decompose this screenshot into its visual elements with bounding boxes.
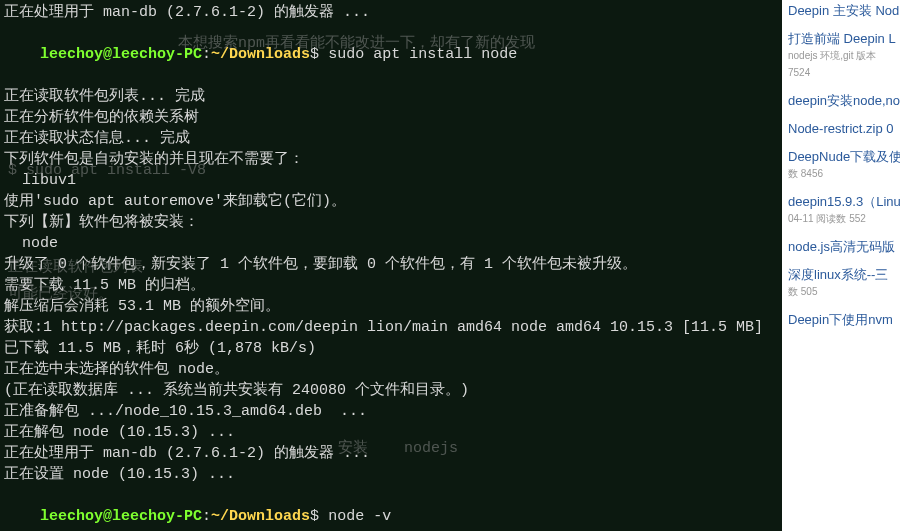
output-line: 正准备解包 .../node_10.15.3_amd64.deb ... [4,403,367,420]
sidebar-meta: 7524 [788,66,900,80]
sidebar-item[interactable]: Node-restrict.zip 0 [788,122,900,136]
sidebar-meta: 数 8456 [788,167,900,181]
sidebar-link-title[interactable]: DeepNude下载及使 [788,150,900,164]
sidebar-link-title[interactable]: 深度linux系统--三 [788,268,900,282]
output-line: 需要下载 11.5 MB 的归档。 [4,277,205,294]
output-line: 解压缩后会消耗 53.1 MB 的额外空间。 [4,298,280,315]
sidebar-item[interactable]: DeepNude下载及使 数 8456 [788,150,900,181]
sidebar-link-title[interactable]: Node-restrict.zip 0 [788,122,900,136]
sidebar-item[interactable]: 深度linux系统--三 数 505 [788,268,900,299]
output-line: 已下载 11.5 MB，耗时 6秒 (1,878 kB/s) [4,340,316,357]
output-line: 正在处理用于 man-db (2.7.6.1-2) 的触发器 ... [4,4,370,21]
output-line: 下列【新】软件包将被安装： [4,214,199,231]
output-line: 正在解包 node (10.15.3) ... [4,424,235,441]
sidebar-item[interactable]: deepin安装node,no [788,94,900,108]
prompt-colon: : [202,508,211,525]
sidebar-link-title[interactable]: 打造前端 Deepin L [788,32,900,46]
prompt-user: leechoy@leechoy-PC [40,46,202,63]
sidebar-item[interactable]: Deepin下使用nvm [788,313,900,327]
prompt-user: leechoy@leechoy-PC [40,508,202,525]
prompt-colon: : [202,46,211,63]
command-input: node -v [328,508,391,525]
output-line: 正在设置 node (10.15.3) ... [4,466,235,483]
output-line: 获取:1 http://packages.deepin.com/deepin l… [4,319,763,336]
sidebar-item[interactable]: Deepin 主安装 Nod [788,4,900,18]
output-line: 正在处理用于 man-db (2.7.6.1-2) 的触发器 ... [4,445,370,462]
sidebar-link-title[interactable]: deepin15.9.3（Linu [788,195,900,209]
output-line: node [4,235,58,252]
sidebar-meta: 数 505 [788,285,900,299]
output-line: 正在分析软件包的依赖关系树 [4,109,199,126]
sidebar-meta: 04-11 阅读数 552 [788,212,900,226]
output-line: 正在读取软件包列表... 完成 [4,88,205,105]
sidebar-item[interactable]: deepin15.9.3（Linu 04-11 阅读数 552 [788,195,900,226]
output-line: 正在读取状态信息... 完成 [4,130,190,147]
output-line: 正在选中未选择的软件包 node。 [4,361,229,378]
sidebar-link-title[interactable]: Deepin下使用nvm [788,313,900,327]
sidebar-link-title[interactable]: node.js高清无码版 [788,240,900,254]
output-line: (正在读取数据库 ... 系统当前共安装有 240080 个文件和目录。) [4,382,469,399]
sidebar-link-title[interactable]: deepin安装node,no [788,94,900,108]
sidebar-meta: nodejs 环境,git 版本 [788,49,900,63]
terminal-pane[interactable]: 正在处理用于 man-db (2.7.6.1-2) 的触发器 ... leech… [0,0,782,531]
output-line: libuv1 [4,172,76,189]
prompt-path: ~/Downloads [211,46,310,63]
output-line: 升级了 0 个软件包，新安装了 1 个软件包，要卸载 0 个软件包，有 1 个软… [4,256,637,273]
sidebar-item[interactable]: 打造前端 Deepin L nodejs 环境,git 版本 7524 [788,32,900,80]
sidebar-link-title[interactable]: Deepin 主安装 Nod [788,4,900,18]
output-line: 使用'sudo apt autoremove'来卸载它(它们)。 [4,193,346,210]
command-input: sudo apt install node [328,46,517,63]
prompt-path: ~/Downloads [211,508,310,525]
sidebar-panel[interactable]: Deepin 主安装 Nod 打造前端 Deepin L nodejs 环境,g… [782,0,902,531]
output-line: 下列软件包是自动安装的并且现在不需要了： [4,151,304,168]
prompt-dollar: $ [310,46,319,63]
prompt-dollar: $ [310,508,319,525]
sidebar-item[interactable]: node.js高清无码版 [788,240,900,254]
